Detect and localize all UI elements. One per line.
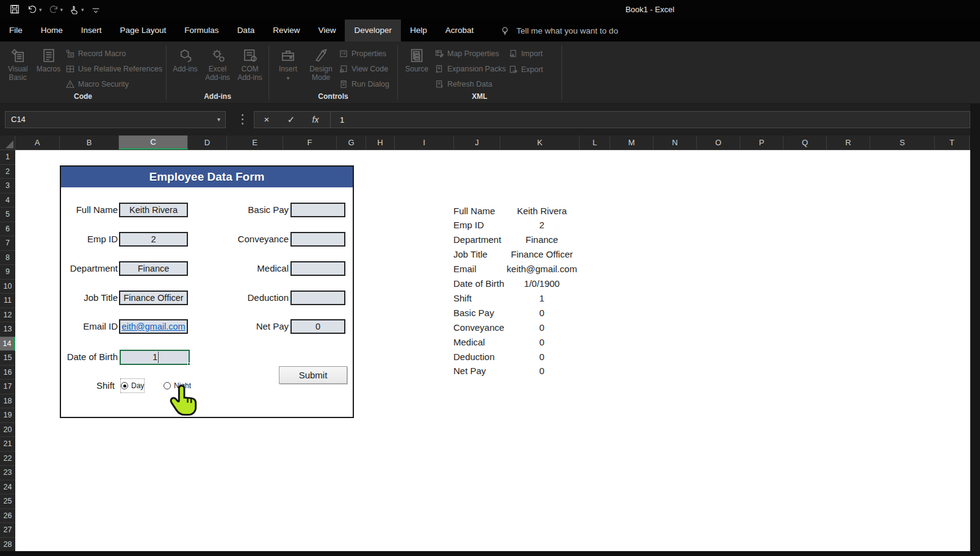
row-header-11[interactable]: 11	[0, 294, 15, 308]
row-header-1[interactable]: 1	[0, 150, 15, 165]
column-header-O[interactable]: O	[697, 135, 740, 150]
tab-insert[interactable]: Insert	[72, 20, 111, 42]
column-header-A[interactable]: A	[15, 135, 60, 150]
row-header-25[interactable]: 25	[0, 494, 15, 509]
form-input-emp-id[interactable]: 2	[119, 232, 188, 247]
date-of-birth-field[interactable]: 1	[120, 350, 190, 365]
sheet-cell-value[interactable]: 0	[502, 350, 582, 364]
form-input-job-title[interactable]: Finance Officer	[119, 291, 188, 305]
tab-review[interactable]: Review	[264, 20, 309, 42]
row-header-17[interactable]: 17	[0, 380, 15, 394]
sheet-cell-value[interactable]: Finance Officer	[502, 247, 582, 262]
radio-day-icon[interactable]	[121, 382, 128, 389]
row-header-13[interactable]: 13	[0, 322, 15, 337]
row-header-22[interactable]: 22	[0, 452, 15, 466]
qat-customize-quick-access-button[interactable]	[89, 3, 103, 16]
form-input-basic-pay[interactable]	[290, 203, 345, 217]
name-box-dropdown-icon[interactable]: ▾	[217, 112, 220, 128]
row-header-2[interactable]: 2	[0, 165, 15, 179]
tab-page-layout[interactable]: Page Layout	[111, 20, 176, 42]
sheet-cell-value[interactable]: 0	[502, 364, 582, 378]
sheet-cell-value[interactable]: 0	[502, 335, 582, 350]
column-header-R[interactable]: R	[827, 135, 870, 150]
column-header-S[interactable]: S	[870, 135, 935, 150]
sheet-cell-value[interactable]: 2	[502, 218, 582, 233]
radio-option-day[interactable]: Day	[121, 379, 144, 392]
formula-bar-grip[interactable]	[242, 114, 243, 125]
qat-touch-mode-button[interactable]: ▾	[68, 3, 85, 16]
row-header-7[interactable]: 7	[0, 236, 15, 251]
row-header-9[interactable]: 9	[0, 265, 15, 280]
tab-data[interactable]: Data	[228, 20, 264, 42]
form-input-net-pay[interactable]: 0	[290, 319, 345, 334]
column-header-I[interactable]: I	[395, 135, 454, 150]
row-header-27[interactable]: 27	[0, 523, 15, 538]
tab-file[interactable]: File	[0, 20, 32, 42]
submit-button[interactable]: Submit	[279, 366, 347, 384]
form-input-conveyance[interactable]	[290, 232, 345, 247]
tab-developer[interactable]: Developer	[345, 20, 401, 42]
fill-handle[interactable]	[187, 363, 190, 366]
row-header-28[interactable]: 28	[0, 538, 15, 552]
tell-me-box[interactable]: Tell me what you want to do	[500, 20, 618, 42]
form-input-medical[interactable]	[290, 261, 345, 276]
name-box[interactable]: C14 ▾	[5, 111, 226, 128]
tab-acrobat[interactable]: Acrobat	[436, 20, 483, 42]
column-header-C[interactable]: C	[119, 135, 188, 150]
insert-function-icon[interactable]: fx	[303, 112, 328, 128]
row-header-5[interactable]: 5	[0, 208, 15, 222]
tab-view[interactable]: View	[309, 20, 345, 42]
row-header-21[interactable]: 21	[0, 437, 15, 452]
enter-icon[interactable]: ✓	[279, 112, 303, 128]
select-all-corner[interactable]	[0, 135, 15, 150]
column-header-L[interactable]: L	[580, 135, 610, 150]
row-header-16[interactable]: 16	[0, 366, 15, 380]
column-header-P[interactable]: P	[740, 135, 784, 150]
row-header-10[interactable]: 10	[0, 280, 15, 294]
column-header-K[interactable]: K	[500, 135, 580, 150]
redo-dropdown-icon[interactable]: ▾	[60, 7, 63, 13]
form-input-full-name[interactable]: Keith Rivera	[119, 203, 188, 217]
column-header-T[interactable]: T	[935, 135, 970, 150]
row-header-20[interactable]: 20	[0, 423, 15, 438]
column-header-J[interactable]: J	[454, 135, 500, 150]
qat-save-button[interactable]	[9, 3, 22, 16]
sheet-cell-value[interactable]: 0	[502, 320, 582, 335]
row-header-3[interactable]: 3	[0, 179, 15, 193]
column-header-G[interactable]: G	[337, 135, 366, 150]
sheet-cell-value[interactable]: 0	[502, 306, 582, 320]
column-header-F[interactable]: F	[283, 135, 337, 150]
tab-help[interactable]: Help	[401, 20, 436, 42]
column-header-D[interactable]: D	[188, 135, 227, 150]
row-header-14[interactable]: 14	[0, 337, 15, 352]
tab-formulas[interactable]: Formulas	[175, 20, 228, 42]
column-header-B[interactable]: B	[60, 135, 119, 150]
row-header-18[interactable]: 18	[0, 394, 15, 409]
qat-undo-button[interactable]: ▾	[26, 3, 43, 16]
touch-mode-dropdown-icon[interactable]: ▾	[81, 7, 84, 13]
form-input-deduction[interactable]	[290, 291, 345, 305]
sheet-cell-value[interactable]: 1	[502, 291, 582, 306]
row-header-19[interactable]: 19	[0, 408, 15, 423]
row-header-12[interactable]: 12	[0, 308, 15, 323]
cancel-icon[interactable]: ×	[254, 112, 279, 128]
column-header-N[interactable]: N	[654, 135, 697, 150]
sheet-cell-value[interactable]: 1/0/1900	[502, 276, 582, 291]
undo-dropdown-icon[interactable]: ▾	[39, 7, 42, 13]
qat-redo-button[interactable]: ▾	[47, 3, 65, 16]
row-header-6[interactable]: 6	[0, 222, 15, 237]
form-input-email-id[interactable]: eith@gmail.com	[119, 319, 188, 334]
column-header-E[interactable]: E	[227, 135, 283, 150]
sheet-cell-value[interactable]: Keith Rivera	[502, 204, 582, 218]
sheet-cell-value[interactable]: keith@gmail.com	[502, 262, 582, 276]
column-header-Q[interactable]: Q	[784, 135, 827, 150]
row-header-4[interactable]: 4	[0, 193, 15, 208]
column-header-M[interactable]: M	[610, 135, 654, 150]
formula-input[interactable]: 1	[331, 115, 344, 125]
row-header-23[interactable]: 23	[0, 466, 15, 480]
tab-home[interactable]: Home	[32, 20, 72, 42]
sheet-cell-value[interactable]: Finance	[502, 233, 582, 247]
column-header-H[interactable]: H	[366, 135, 395, 150]
row-header-15[interactable]: 15	[0, 351, 15, 366]
row-header-24[interactable]: 24	[0, 480, 15, 495]
